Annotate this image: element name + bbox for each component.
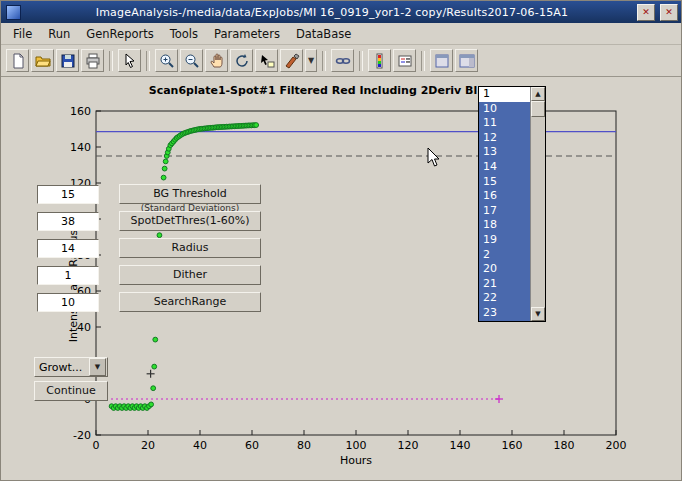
growth-select[interactable]: Growt... ▼ [34, 357, 108, 377]
radius-button[interactable]: Radius [119, 238, 261, 258]
spot-list-item[interactable]: 11 [479, 116, 530, 131]
menu-tools[interactable]: Tools [162, 25, 206, 43]
spot-list-item[interactable]: 15 [479, 175, 530, 190]
link-icon [335, 53, 351, 69]
svg-text:80: 80 [297, 439, 311, 452]
window-title: ImageAnalysis-/media/data/ExpJobs/MI 16_… [27, 6, 637, 19]
continue-button[interactable]: Continue [34, 381, 108, 401]
bg-threshold-button[interactable]: BG Threshold [119, 184, 261, 204]
spot-list-item[interactable]: 17 [479, 204, 530, 219]
svg-text:20: 20 [141, 439, 155, 452]
dither-input[interactable] [37, 266, 99, 285]
bg-threshold-input[interactable] [37, 185, 99, 204]
new-figure-button[interactable] [6, 49, 29, 72]
svg-text:140: 140 [70, 141, 91, 154]
spotdetthres-input[interactable] [37, 212, 99, 231]
mouse-cursor [427, 147, 441, 168]
new-document-icon [10, 53, 26, 69]
chevron-down-icon[interactable]: ▼ [89, 358, 106, 376]
colorbar-icon [372, 53, 388, 69]
toolbar-separator [109, 51, 113, 71]
data-cursor-button[interactable] [255, 49, 278, 72]
toolbar: ▼ [1, 45, 682, 77]
svg-text:40: 40 [193, 439, 207, 452]
spotdetthres-button[interactable]: SpotDetThres(1-60%) [119, 211, 261, 231]
show-plot-tools-button[interactable] [455, 49, 478, 72]
spot-list-item[interactable]: 12 [479, 131, 530, 146]
open-folder-icon [35, 53, 51, 69]
window-icon [434, 53, 450, 69]
svg-text:120: 120 [398, 439, 419, 452]
brush-icon [284, 53, 300, 69]
spot-number-dropdown: 1 10 11 12 13 14 15 16 17 18 19 2 20 21 … [478, 86, 546, 322]
svg-text:140: 140 [450, 439, 471, 452]
searchrange-button[interactable]: SearchRange [119, 292, 261, 312]
svg-text:60: 60 [245, 439, 259, 452]
zoom-in-button[interactable] [155, 49, 178, 72]
floppy-disk-icon [60, 53, 76, 69]
pan-button[interactable] [205, 49, 228, 72]
svg-text:200: 200 [606, 439, 627, 452]
menu-database[interactable]: DataBase [288, 25, 359, 43]
scrollbar-thumb[interactable] [531, 101, 545, 117]
menu-genreports[interactable]: GenReports [78, 25, 161, 43]
growth-select-value: Growt... [35, 361, 89, 374]
spot-list-item[interactable]: 23 [479, 306, 530, 321]
rotate-3d-button[interactable] [230, 49, 253, 72]
spot-list-item[interactable]: 22 [479, 291, 530, 306]
toolbar-separator [359, 51, 363, 71]
brush-dropdown-button[interactable]: ▼ [305, 49, 317, 72]
arrow-up-icon: ▲ [535, 90, 540, 98]
svg-text:160: 160 [502, 439, 523, 452]
spot-list-item[interactable]: 14 [479, 160, 530, 175]
spot-list-item[interactable]: 10 [479, 102, 530, 117]
close-button[interactable]: ✕ [660, 4, 678, 21]
spot-list-item[interactable]: 20 [479, 262, 530, 277]
printer-icon [85, 53, 101, 69]
pointer-arrow-icon [122, 53, 138, 69]
data-cursor-icon [259, 53, 275, 69]
scroll-down-button[interactable]: ▼ [531, 307, 545, 321]
link-plot-button[interactable] [331, 49, 354, 72]
toolbar-separator [421, 51, 425, 71]
insert-legend-button[interactable] [393, 49, 416, 72]
rotate-icon [234, 53, 250, 69]
chevron-down-icon: ▼ [308, 56, 314, 65]
spot-list-item[interactable]: 19 [479, 233, 530, 248]
toolbar-separator [322, 51, 326, 71]
dither-button[interactable]: Dither [119, 265, 261, 285]
menu-parameters[interactable]: Parameters [206, 25, 288, 43]
spot-list-item[interactable]: 21 [479, 277, 530, 292]
print-button[interactable] [81, 49, 104, 72]
spot-list-item[interactable]: 13 [479, 145, 530, 160]
searchrange-input[interactable] [37, 293, 99, 312]
svg-text:Scan6plate1-Spot#1 Filtered Re: Scan6plate1-Spot#1 Filtered Red Includin… [149, 84, 478, 97]
menu-file[interactable]: File [5, 25, 40, 43]
zoom-out-button[interactable] [180, 49, 203, 72]
svg-text:160: 160 [70, 105, 91, 118]
spot-list-item[interactable]: 1 [479, 87, 530, 102]
spot-list-item[interactable]: 16 [479, 189, 530, 204]
toolbar-separator [146, 51, 150, 71]
arrow-down-icon: ▼ [535, 310, 540, 318]
svg-text:100: 100 [346, 439, 367, 452]
app-icon [6, 5, 21, 20]
minimize-button[interactable]: ✕ [637, 4, 655, 21]
radius-input[interactable] [37, 239, 99, 258]
hide-plot-tools-button[interactable] [430, 49, 453, 72]
open-file-button[interactable] [31, 49, 54, 72]
zoom-out-icon [184, 53, 200, 69]
spot-list-items: 1 10 11 12 13 14 15 16 17 18 19 2 20 21 … [479, 87, 530, 321]
spot-list-scrollbar[interactable]: ▲ ▼ [530, 87, 545, 321]
spot-list-item[interactable]: 2 [479, 248, 530, 263]
brush-button[interactable] [280, 49, 303, 72]
save-figure-button[interactable] [56, 49, 79, 72]
menu-run[interactable]: Run [40, 25, 78, 43]
titlebar: ImageAnalysis-/media/data/ExpJobs/MI 16_… [1, 1, 682, 23]
edit-plot-button[interactable] [118, 49, 141, 72]
scroll-up-button[interactable]: ▲ [531, 87, 545, 101]
svg-text:Hours: Hours [340, 454, 372, 467]
svg-text:180: 180 [554, 439, 575, 452]
insert-colorbar-button[interactable] [368, 49, 391, 72]
spot-list-item[interactable]: 18 [479, 218, 530, 233]
